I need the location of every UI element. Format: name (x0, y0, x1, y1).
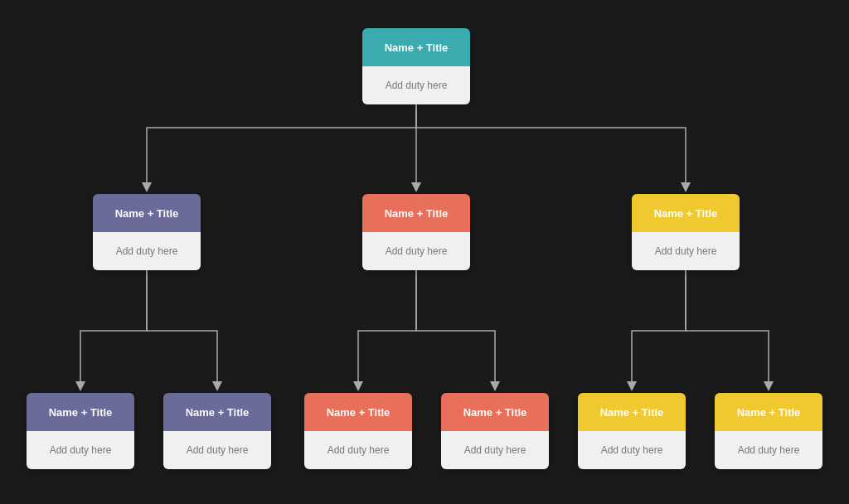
bot-cr-node-header: Name + Title (441, 393, 549, 431)
bot-lr-node[interactable]: Name + Title Add duty here (163, 393, 271, 469)
bot-cl-node[interactable]: Name + Title Add duty here (304, 393, 412, 469)
bot-ll-node-body: Add duty here (27, 431, 134, 469)
bot-cr-node[interactable]: Name + Title Add duty here (441, 393, 549, 469)
bot-rr-node[interactable]: Name + Title Add duty here (715, 393, 822, 469)
mid-right-node[interactable]: Name + Title Add duty here (632, 194, 740, 270)
bot-cl-node-body: Add duty here (304, 431, 412, 469)
bot-rl-node-body: Add duty here (578, 431, 686, 469)
bot-lr-node-header: Name + Title (163, 393, 271, 431)
mid-center-node[interactable]: Name + Title Add duty here (362, 194, 470, 270)
bot-ll-node[interactable]: Name + Title Add duty here (27, 393, 134, 469)
mid-center-node-body: Add duty here (362, 232, 470, 270)
mid-left-node-header: Name + Title (93, 194, 201, 232)
mid-left-node[interactable]: Name + Title Add duty here (93, 194, 201, 270)
bot-lr-node-body: Add duty here (163, 431, 271, 469)
bot-rl-node[interactable]: Name + Title Add duty here (578, 393, 686, 469)
bot-rl-node-header: Name + Title (578, 393, 686, 431)
mid-right-node-header: Name + Title (632, 194, 740, 232)
bot-rr-node-header: Name + Title (715, 393, 822, 431)
org-chart: Name + Title Add duty here Name + Title … (18, 12, 831, 492)
mid-right-node-body: Add duty here (632, 232, 740, 270)
bot-rr-node-body: Add duty here (715, 431, 822, 469)
root-node[interactable]: Name + Title Add duty here (362, 28, 470, 104)
bot-ll-node-header: Name + Title (27, 393, 134, 431)
bot-cr-node-body: Add duty here (441, 431, 549, 469)
bot-cl-node-header: Name + Title (304, 393, 412, 431)
root-node-body: Add duty here (362, 66, 470, 104)
mid-left-node-body: Add duty here (93, 232, 201, 270)
root-node-header: Name + Title (362, 28, 470, 66)
mid-center-node-header: Name + Title (362, 194, 470, 232)
